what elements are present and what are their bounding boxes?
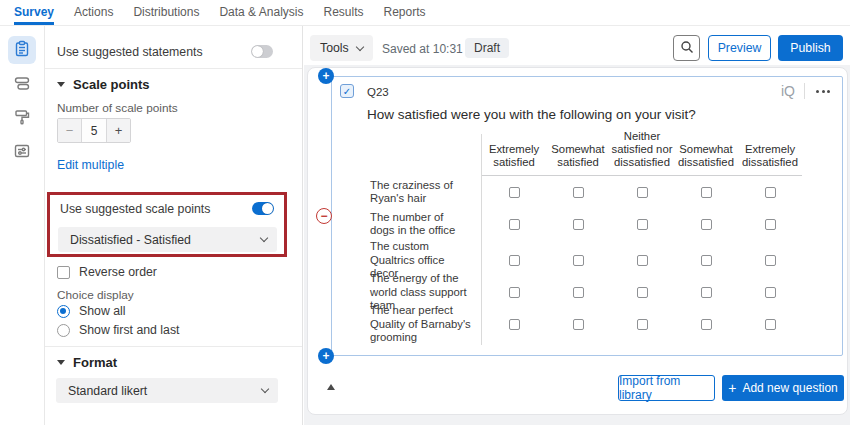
matrix-checkbox[interactable] (637, 319, 648, 330)
matrix-checkbox[interactable] (637, 255, 648, 266)
stepper-decrement-button[interactable]: − (58, 119, 82, 142)
publish-button[interactable]: Publish (778, 35, 843, 61)
matrix-checkbox[interactable] (765, 287, 776, 298)
nav-tab-survey[interactable]: Survey (14, 0, 54, 25)
matrix-checkbox[interactable] (573, 255, 584, 266)
sidebar-item-survey-builder[interactable] (8, 36, 36, 64)
matrix-checkbox[interactable] (509, 287, 520, 298)
question-select-checkbox[interactable]: ✓ (340, 84, 354, 98)
matrix-checkbox[interactable] (701, 187, 712, 198)
matrix-checkbox[interactable] (701, 319, 712, 330)
use-suggested-statements-toggle[interactable] (251, 45, 273, 58)
matrix-checkbox[interactable] (701, 287, 712, 298)
scale-points-stepper: − 5 + (57, 118, 131, 143)
question-card[interactable]: ✓ Q23 iQ How satisfied were you with the… (331, 76, 843, 356)
matrix-cell (738, 304, 802, 345)
top-nav-tabs: SurveyActionsDistributionsData & Analysi… (14, 0, 426, 25)
matrix-checkbox[interactable] (637, 287, 648, 298)
add-question-below-button[interactable]: + (318, 348, 334, 364)
use-suggested-scale-points-label: Use suggested scale points (60, 202, 210, 216)
matrix-row: The number of dogs in the office (370, 208, 802, 240)
matrix-checkbox[interactable] (573, 319, 584, 330)
collapse-block-icon[interactable] (327, 384, 335, 390)
canvas-frame: + − + ✓ Q23 iQ How satisfied were you wi… (304, 65, 850, 425)
matrix-checkbox[interactable] (701, 219, 712, 230)
matrix-checkbox[interactable] (765, 187, 776, 198)
show-first-and-last-radio[interactable] (57, 324, 70, 337)
matrix-row: The craziness of Ryan's hair (370, 176, 802, 208)
reverse-order-checkbox[interactable] (57, 266, 70, 279)
nav-tab-distributions[interactable]: Distributions (133, 0, 199, 25)
icon-sidebar (0, 26, 45, 425)
survey-builder-icon (13, 40, 31, 61)
sidebar-item-survey-flow[interactable] (8, 70, 36, 98)
matrix-cell (674, 304, 738, 345)
use-suggested-statements-label: Use suggested statements (57, 45, 203, 59)
scale-points-section-header[interactable]: Scale points (57, 77, 150, 92)
format-dropdown[interactable]: Standard likert (56, 378, 278, 403)
question-id: Q23 (367, 86, 389, 98)
matrix-row-label: The near perfect Quality of Barnaby's gr… (370, 304, 482, 345)
remove-question-button[interactable]: − (316, 208, 332, 224)
add-question-above-button[interactable]: + (318, 68, 334, 84)
survey-editor-main: Tools Saved at 10:31 AM Draft Preview Pu… (304, 26, 850, 425)
preview-button[interactable]: Preview (708, 35, 771, 61)
matrix-checkbox[interactable] (573, 187, 584, 198)
survey-canvas: + − + ✓ Q23 iQ How satisfied were you wi… (307, 67, 848, 415)
matrix-checkbox[interactable] (573, 287, 584, 298)
format-title: Format (73, 355, 117, 370)
suggested-scale-dropdown[interactable]: Dissatisfied - Satisfied (58, 227, 277, 252)
matrix-row-label: The craziness of Ryan's hair (370, 176, 482, 208)
add-new-question-button[interactable]: + Add new question (722, 375, 844, 401)
stepper-increment-button[interactable]: + (106, 119, 130, 142)
matrix-cell (674, 208, 738, 240)
matrix-cell (482, 176, 546, 208)
question-settings-panel: Use suggested statements Scale points Nu… (45, 26, 303, 425)
matrix-cell (674, 176, 738, 208)
matrix-checkbox[interactable] (509, 219, 520, 230)
matrix-checkbox[interactable] (509, 319, 520, 330)
matrix-checkbox[interactable] (765, 319, 776, 330)
sidebar-item-look-and-feel[interactable] (8, 104, 36, 132)
more-options-icon[interactable] (814, 86, 832, 97)
toggle-knob (252, 46, 263, 57)
question-text[interactable]: How satisfied were you with the followin… (367, 107, 696, 122)
reverse-order-label: Reverse order (79, 265, 157, 279)
divider (45, 346, 302, 347)
matrix-checkbox[interactable] (637, 187, 648, 198)
use-suggested-scale-points-toggle[interactable] (252, 202, 274, 215)
reverse-order-row: Reverse order (57, 265, 157, 279)
matrix-row: The near perfect Quality of Barnaby's gr… (370, 304, 802, 336)
matrix-checkbox[interactable] (509, 187, 520, 198)
matrix-cell (546, 208, 610, 240)
matrix-column-header: Neither satisfied nor dissatisfied (610, 134, 674, 176)
matrix-checkbox[interactable] (701, 255, 712, 266)
matrix-column-header: Extremely dissatisfied (738, 134, 802, 176)
show-all-radio[interactable] (57, 305, 70, 318)
question-card-actions: iQ (781, 83, 832, 99)
nav-tab-data-analysis[interactable]: Data & Analysis (219, 0, 303, 25)
import-from-library-button[interactable]: Import from library (618, 375, 715, 401)
matrix-cell (738, 176, 802, 208)
number-of-scale-points-label: Number of scale points (57, 101, 178, 115)
toggle-knob (262, 203, 273, 214)
matrix-cell (482, 304, 546, 345)
nav-tab-actions[interactable]: Actions (74, 0, 113, 25)
tools-button[interactable]: Tools (310, 35, 373, 61)
matrix-checkbox[interactable] (573, 219, 584, 230)
nav-tab-results[interactable]: Results (323, 0, 363, 25)
format-section-header[interactable]: Format (57, 355, 117, 370)
matrix-checkbox[interactable] (637, 219, 648, 230)
matrix-checkbox[interactable] (765, 255, 776, 266)
matrix-checkbox[interactable] (765, 219, 776, 230)
highlight-annotation-box: Use suggested scale points Dissatisfied … (47, 192, 287, 257)
sidebar-item-survey-options[interactable] (8, 138, 36, 166)
search-button[interactable] (673, 35, 700, 61)
matrix-body: The craziness of Ryan's hairThe number o… (370, 176, 802, 336)
matrix-column-header: Somewhat satisfied (546, 134, 610, 176)
matrix-checkbox[interactable] (509, 255, 520, 266)
expert-review-iq-icon[interactable]: iQ (781, 83, 795, 99)
edit-multiple-link[interactable]: Edit multiple (57, 158, 124, 172)
nav-tab-reports[interactable]: Reports (383, 0, 425, 25)
chevron-down-icon (355, 42, 363, 50)
